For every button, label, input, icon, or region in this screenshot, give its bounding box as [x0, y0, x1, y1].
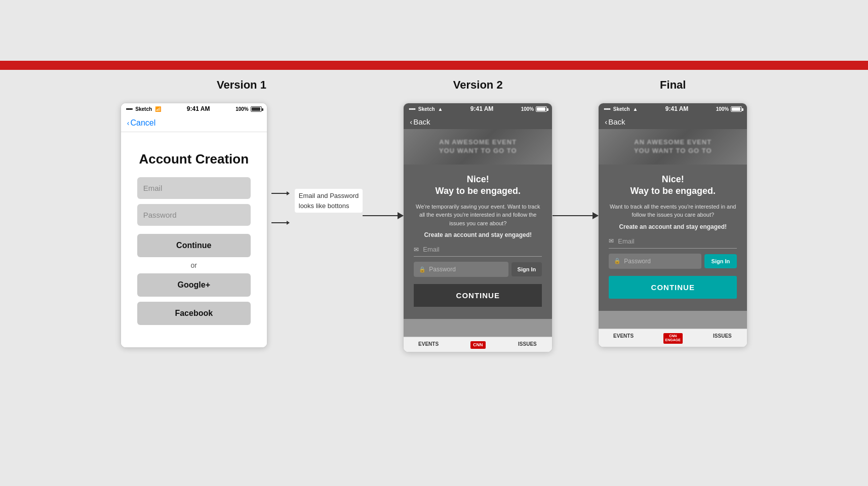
- nav-events-v2[interactable]: EVENTS: [404, 337, 453, 352]
- nav-cnn-logo-v2[interactable]: CNN: [453, 337, 503, 352]
- cnn-logo-v2: CNN: [470, 341, 486, 349]
- modal-cta-v2: Create an account and stay engaged!: [414, 231, 542, 238]
- arrow-icon-1: [363, 215, 403, 216]
- wifi-icon-v1: 📶: [155, 106, 161, 112]
- red-bar: [0, 61, 868, 70]
- annotation-arrows: [271, 191, 290, 225]
- event-bg-text-v2: AN AWESOME EVENT YOU WANT TO GO TO: [439, 138, 517, 155]
- cnn-engage-logo: CNNENGAGE: [663, 333, 683, 344]
- battery-pct-final: 100%: [716, 106, 729, 112]
- modal-overlay-v2: Nice! Way to be engaged. We're temporari…: [404, 165, 552, 319]
- arrow-head-2: [287, 221, 290, 225]
- email-icon-final: ✉: [609, 237, 614, 245]
- arrow-v2-final: [553, 215, 598, 216]
- bottom-nav-final: EVENTS CNNENGAGE ISSUES: [599, 329, 747, 347]
- signal-dots-v1: •••••: [126, 106, 133, 112]
- continue-button-final[interactable]: CONTINUE: [609, 276, 737, 299]
- email-row-final: ✉ Email: [609, 237, 737, 249]
- event-background-final: AN AWESOME EVENT YOU WANT TO GO TO: [599, 129, 747, 165]
- sketch-label-v2: Sketch: [418, 106, 435, 112]
- back-button-final[interactable]: ‹ Back: [605, 117, 741, 126]
- issues-label-v2: ISSUES: [518, 341, 537, 347]
- arrow-line-1: [271, 191, 290, 195]
- password-input-final[interactable]: 🔒 Password: [609, 254, 701, 269]
- back-button-v2[interactable]: ‹ Back: [410, 117, 546, 126]
- phone-v2: ••••• Sketch ▲ 9:41 AM 100% ‹ Back: [403, 103, 553, 352]
- signin-button-final[interactable]: Sign In: [704, 254, 737, 268]
- arrow-head-1: [287, 191, 290, 195]
- modal-cta-final: Create an account and stay engaged!: [609, 223, 737, 230]
- annotation-text: Email and Password looks like bottons: [295, 189, 363, 213]
- nav-issues-v2[interactable]: ISSUES: [503, 337, 553, 352]
- password-row-final: 🔒 Password Sign In: [609, 254, 737, 269]
- phone-final: ••••• Sketch ▲ 9:41 AM 100% ‹ Back: [598, 103, 747, 347]
- modal-title-v2: Nice! Way to be engaged.: [414, 174, 542, 197]
- lock-icon-final: 🔒: [614, 258, 621, 264]
- continue-button-v2[interactable]: CONTINUE: [414, 284, 542, 307]
- navbar-v1: ‹ Cancel: [121, 114, 267, 132]
- password-input-v2[interactable]: 🔒 Password: [414, 262, 508, 277]
- sketch-label-v1: Sketch: [135, 106, 152, 112]
- bottom-blurred-final: [599, 311, 747, 329]
- status-bar-v1: ••••• Sketch 📶 9:41 AM 100%: [121, 103, 267, 114]
- events-label-final: EVENTS: [613, 333, 634, 339]
- facebook-button-v1[interactable]: Facebook: [137, 302, 251, 325]
- nav-issues-final[interactable]: ISSUES: [698, 329, 747, 347]
- status-right-v2: 100%: [521, 106, 547, 112]
- modal-desc-v2: We're temporarily saving your event. Wan…: [414, 202, 542, 228]
- lock-icon-v2: 🔒: [419, 266, 426, 273]
- continue-button-v1[interactable]: Continue: [137, 234, 251, 257]
- event-background-v2: AN AWESOME EVENT YOU WANT TO GO TO: [404, 129, 552, 165]
- bottom-blurred-v2: [404, 319, 552, 337]
- wifi-icon-final: ▲: [633, 106, 638, 112]
- issues-label-final: ISSUES: [713, 333, 732, 339]
- password-row-v2: 🔒 Password Sign In: [414, 262, 542, 277]
- arrow-icon-2: [553, 215, 598, 216]
- battery-icon-v2: [536, 106, 547, 112]
- email-icon-v2: ✉: [414, 246, 419, 253]
- nav-cnn-engage-logo-final[interactable]: CNNENGAGE: [648, 329, 698, 347]
- bottom-nav-v2: EVENTS CNN ISSUES: [404, 337, 552, 352]
- status-bar-left-v1: ••••• Sketch 📶: [126, 106, 161, 112]
- chevron-left-icon-v2: ‹: [410, 117, 412, 126]
- status-bar-final: ••••• Sketch ▲ 9:41 AM 100%: [599, 103, 747, 114]
- google-button-v1[interactable]: Google+: [137, 273, 251, 297]
- status-bar-left-final: ••••• Sketch ▲: [604, 106, 638, 112]
- main-content: Version 1 ••••• Sketch 📶 9:41 AM 100%: [0, 0, 868, 352]
- signin-button-v2[interactable]: Sign In: [511, 262, 542, 276]
- modal-desc-final: Want to track all the events you're inte…: [609, 202, 737, 219]
- battery-icon-final: [731, 106, 742, 112]
- email-input-v2[interactable]: Email: [423, 246, 542, 253]
- status-time-final: 9:41 AM: [665, 105, 689, 112]
- line-horiz-2: [271, 222, 287, 223]
- events-label-v2: EVENTS: [418, 341, 439, 347]
- cancel-button-v1[interactable]: ‹ Cancel: [127, 118, 155, 128]
- modal-overlay-final: Nice! Way to be engaged. Want to track a…: [599, 165, 747, 311]
- status-bar-left-v2: ••••• Sketch ▲: [409, 106, 443, 112]
- arrow-line-2: [271, 221, 290, 225]
- chevron-left-icon-v1: ‹: [127, 119, 130, 127]
- chevron-left-icon-final: ‹: [605, 117, 607, 126]
- version2-label: Version 2: [453, 78, 503, 92]
- status-right-final: 100%: [716, 106, 742, 112]
- navbar-final: ‹ Back: [599, 114, 747, 129]
- status-time-v2: 9:41 AM: [470, 105, 494, 112]
- phone-v1: ••••• Sketch 📶 9:41 AM 100% ‹ Cancel: [121, 103, 267, 348]
- wifi-icon-v2: ▲: [438, 106, 443, 112]
- password-field-v1[interactable]: Password: [137, 204, 251, 226]
- or-divider-v1: or: [137, 261, 251, 269]
- status-bar-v2: ••••• Sketch ▲ 9:41 AM 100%: [404, 103, 552, 114]
- sketch-label-final: Sketch: [613, 106, 630, 112]
- final-label: Final: [660, 78, 686, 92]
- arrow-v1-v2: [363, 215, 403, 216]
- battery-pct-v1: 100%: [235, 106, 249, 112]
- event-bg-text-final: AN AWESOME EVENT YOU WANT TO GO TO: [634, 138, 712, 155]
- nav-events-final[interactable]: EVENTS: [599, 329, 648, 347]
- version2-column: Version 2 ••••• Sketch ▲ 9:41 AM 100%: [403, 78, 553, 352]
- final-column: Final ••••• Sketch ▲ 9:41 AM 100%: [598, 78, 747, 347]
- email-field-v1[interactable]: Email: [137, 177, 251, 199]
- email-row-v2: ✉ Email: [414, 246, 542, 257]
- battery-pct-v2: 100%: [521, 106, 534, 112]
- line-horiz-1: [271, 193, 287, 194]
- email-input-final[interactable]: Email: [618, 237, 737, 245]
